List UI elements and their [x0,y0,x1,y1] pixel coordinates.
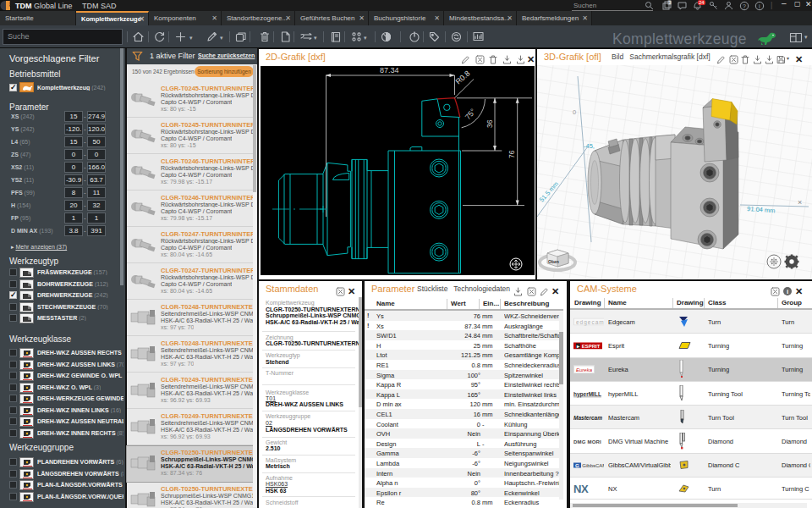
svg-text:0: 0 [573,108,576,116]
svg-text:TDM: TDM [8,0,11,7]
svg-text:36: 36 [486,119,494,128]
svg-text:75°: 75° [464,107,478,121]
svg-text:i: i [759,3,760,9]
svg-text:Oben: Oben [548,259,559,264]
svg-text:i: i [787,288,788,295]
svg-text:76: 76 [508,150,516,158]
svg-text:R0.8: R0.8 [454,69,472,86]
svg-text:?: ? [743,3,746,9]
svg-text:-45,: -45, [584,142,595,150]
svg-text:87.34: 87.34 [380,66,399,75]
svg-text:×: × [798,198,802,207]
svg-text:91.04 mm: 91.04 mm [747,205,776,214]
